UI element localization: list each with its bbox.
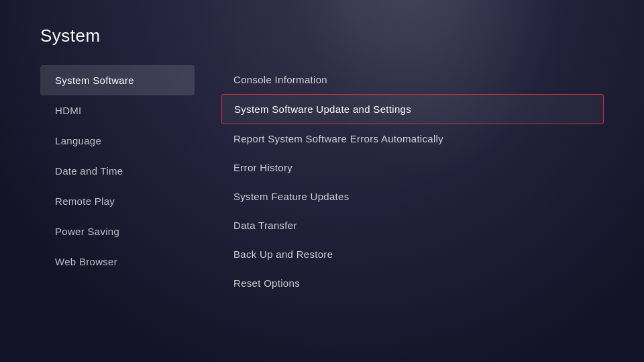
menu-item-console-information[interactable]: Console Information <box>221 65 604 94</box>
sidebar-item-date-and-time[interactable]: Date and Time <box>40 156 195 186</box>
menu-item-error-history[interactable]: Error History <box>221 153 604 182</box>
sidebar-item-power-saving[interactable]: Power Saving <box>40 216 195 246</box>
page-content: System System SoftwareHDMILanguageDate a… <box>0 0 644 362</box>
menu-item-system-software-update[interactable]: System Software Update and Settings <box>221 94 604 124</box>
sidebar: System SoftwareHDMILanguageDate and Time… <box>40 65 195 328</box>
menu-item-system-feature-updates[interactable]: System Feature Updates <box>221 182 604 211</box>
sidebar-item-remote-play[interactable]: Remote Play <box>40 186 195 216</box>
sidebar-item-web-browser[interactable]: Web Browser <box>40 246 195 277</box>
sidebar-item-system-software[interactable]: System Software <box>40 65 195 95</box>
menu-item-report-errors[interactable]: Report System Software Errors Automatica… <box>221 124 604 153</box>
sidebar-item-hdmi[interactable]: HDMI <box>40 95 195 126</box>
menu-item-back-up-restore[interactable]: Back Up and Restore <box>221 240 604 269</box>
main-layout: System SoftwareHDMILanguageDate and Time… <box>40 65 604 328</box>
menu-item-reset-options[interactable]: Reset Options <box>221 269 604 298</box>
menu-item-data-transfer[interactable]: Data Transfer <box>221 211 604 240</box>
sidebar-item-language[interactable]: Language <box>40 126 195 156</box>
right-panel: Console InformationSystem Software Updat… <box>195 65 604 328</box>
page-title: System <box>40 26 604 46</box>
